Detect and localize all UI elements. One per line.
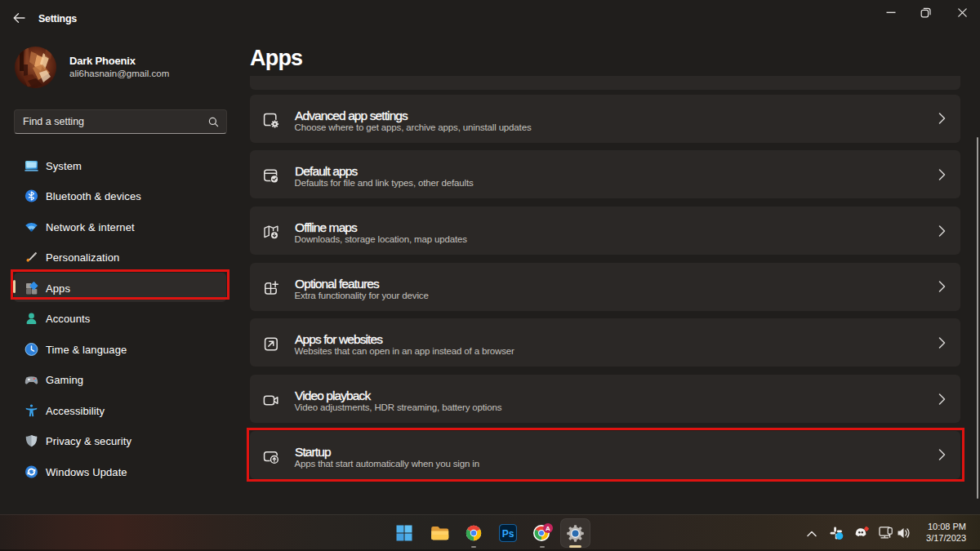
svg-text:Ps: Ps (502, 528, 514, 540)
svg-text:A: A (546, 525, 550, 532)
